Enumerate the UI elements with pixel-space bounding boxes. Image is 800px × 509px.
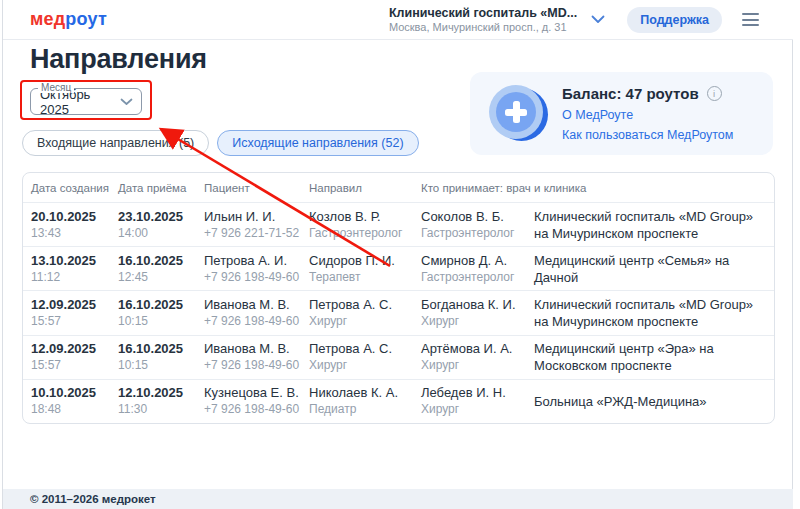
column-header-created: Дата создания xyxy=(31,182,118,194)
created-time: 18:48 xyxy=(31,402,118,417)
appointment-time: 14:00 xyxy=(118,226,204,241)
month-select[interactable]: Месяц Октябрь 2025 xyxy=(30,88,142,115)
receiver-name: Смирнов Д. А. xyxy=(421,253,534,269)
appointment-date: 16.10.2025 xyxy=(118,253,204,269)
window-edge-right xyxy=(792,0,793,509)
patient-phone: +7 926 198-49-60 xyxy=(204,358,309,373)
referrer-name: Петрова А. С. xyxy=(309,297,421,313)
about-medrout-link[interactable]: О МедРоуте xyxy=(562,109,733,122)
receiver-name: Артёмова И. А. xyxy=(421,341,534,357)
referrer-cell: Козлов В. Р. Гастроэнтеролог xyxy=(309,209,421,241)
support-button[interactable]: Поддержка xyxy=(627,7,722,33)
info-icon[interactable]: i xyxy=(707,86,722,101)
appointment-date: 16.10.2025 xyxy=(118,341,204,357)
created-date: 12.09.2025 xyxy=(31,341,118,357)
clinic-address: Москва, Мичуринский просп., д. 31 xyxy=(389,21,577,34)
created-cell: 10.10.2025 18:48 xyxy=(31,385,118,417)
patient-cell: Ильин И. И. +7 926 221-71-52 xyxy=(204,209,309,241)
receiver-specialty: Хирург xyxy=(421,402,534,417)
referrer-name: Николаев К. А. xyxy=(309,385,421,401)
created-date: 20.10.2025 xyxy=(31,209,118,225)
table-row[interactable]: 20.10.2025 13:43 23.10.2025 14:00 Ильин … xyxy=(23,203,774,246)
clinic-name: Клинический госпиталь «MD Group» на Мичу… xyxy=(534,208,774,242)
tab-label: Исходящие направления (52) xyxy=(232,136,403,150)
direction-tabs: Входящие направления (5)Исходящие направ… xyxy=(22,130,419,156)
created-date: 12.09.2025 xyxy=(31,297,118,313)
appointment-cell: 16.10.2025 10:15 xyxy=(118,341,204,373)
patient-cell: Кузнецова Е. В. +7 926 198-49-60 xyxy=(204,385,309,417)
patient-cell: Иванова М. В. +7 926 198-49-60 xyxy=(204,297,309,329)
appointment-time: 12:45 xyxy=(118,270,204,285)
app-page: медроут Клинический госпиталь «MD... Мос… xyxy=(0,0,800,509)
chevron-down-icon xyxy=(120,98,133,106)
referrer-cell: Николаев К. А. Педиатр xyxy=(309,385,421,417)
patient-phone: +7 926 198-49-60 xyxy=(204,402,309,417)
receiver-cell: Смирнов Д. А. Гастроэнтеролог xyxy=(421,253,534,285)
created-cell: 12.09.2025 15:57 xyxy=(31,341,118,373)
receiver-specialty: Хирург xyxy=(421,314,534,329)
logo-part-blue: роут xyxy=(65,9,107,29)
patient-name: Петрова А. И. xyxy=(204,253,309,269)
patient-cell: Петрова А. И. +7 926 198-49-60 xyxy=(204,253,309,285)
receiver-specialty: Хирург xyxy=(421,358,534,373)
referrer-name: Петрова А. С. xyxy=(309,341,421,357)
appointment-date: 23.10.2025 xyxy=(118,209,204,225)
referrer-specialty: Хирург xyxy=(309,358,421,373)
receiver-name: Лебедев И. Н. xyxy=(421,385,534,401)
how-to-use-link[interactable]: Как пользоваться МедРоутом xyxy=(562,129,733,142)
referrer-name: Козлов В. Р. xyxy=(309,209,421,225)
referrer-specialty: Терапевт xyxy=(309,270,421,285)
chevron-down-icon xyxy=(591,15,605,24)
receiver-cell: Соколов В. Б. Гастроэнтеролог xyxy=(421,209,534,241)
balance-title: Баланс: 47 роутов xyxy=(562,85,699,102)
referrer-cell: Петрова А. С. Хирург xyxy=(309,341,421,373)
patient-name: Ильин И. И. xyxy=(204,209,309,225)
created-time: 13:43 xyxy=(31,226,118,241)
table-row[interactable]: 10.10.2025 18:48 12.10.2025 11:30 Кузнец… xyxy=(23,379,774,423)
appointment-cell: 16.10.2025 10:15 xyxy=(118,297,204,329)
created-time: 15:57 xyxy=(31,314,118,329)
receiver-name: Соколов В. Б. xyxy=(421,209,534,225)
medrout-plus-icon xyxy=(489,85,549,142)
tab-outgoing-referrals[interactable]: Исходящие направления (52) xyxy=(217,130,418,156)
clinic-name: Медицинский центр «Семья» на Дачной xyxy=(534,252,774,286)
created-date: 10.10.2025 xyxy=(31,385,118,401)
created-time: 15:57 xyxy=(31,358,118,373)
referrer-specialty: Хирург xyxy=(309,314,421,329)
appointment-cell: 16.10.2025 12:45 xyxy=(118,253,204,285)
created-cell: 12.09.2025 15:57 xyxy=(31,297,118,329)
hamburger-menu-icon[interactable] xyxy=(740,9,761,30)
table-row[interactable]: 12.09.2025 15:57 16.10.2025 10:15 Иванов… xyxy=(23,335,774,379)
tab-label: Входящие направления (5) xyxy=(37,136,194,150)
created-cell: 20.10.2025 13:43 xyxy=(31,209,118,241)
table-row[interactable]: 12.09.2025 15:57 16.10.2025 10:15 Иванов… xyxy=(23,290,774,334)
month-select-label: Месяц xyxy=(38,82,74,93)
created-cell: 13.10.2025 11:12 xyxy=(31,253,118,285)
medrout-logo[interactable]: медроут xyxy=(30,9,107,30)
appointment-cell: 23.10.2025 14:00 xyxy=(118,209,204,241)
referrer-specialty: Педиатр xyxy=(309,402,421,417)
patient-name: Иванова М. В. xyxy=(204,297,309,313)
tab-incoming-referrals[interactable]: Входящие направления (5) xyxy=(22,130,209,156)
appointment-time: 10:15 xyxy=(118,314,204,329)
clinic-name: Больница «РЖД-Медицина» xyxy=(534,393,774,410)
balance-card: Баланс: 47 роутов i О МедРоуте Как польз… xyxy=(470,72,773,155)
footer: © 2011–2026 медрокет xyxy=(3,489,793,509)
receiver-name: Богданова К. И. xyxy=(421,297,534,313)
created-time: 11:12 xyxy=(31,270,118,285)
top-bar: медроут Клинический госпиталь «MD... Мос… xyxy=(3,0,793,40)
referrer-cell: Сидоров П. И. Терапевт xyxy=(309,253,421,285)
receiver-cell: Богданова К. И. Хирург xyxy=(421,297,534,329)
table-header-row: Дата создания Дата приёма Пациент Направ… xyxy=(23,173,774,203)
receiver-specialty: Гастроэнтеролог xyxy=(421,270,534,285)
appointment-time: 11:30 xyxy=(118,402,204,417)
clinic-selector[interactable]: Клинический госпиталь «MD... Москва, Мич… xyxy=(389,6,605,34)
clinic-name: Клинический госпиталь «MD Group» на Мичу… xyxy=(534,296,774,330)
column-header-receiver: Кто принимает: врач и клиника xyxy=(421,182,774,194)
appointment-cell: 12.10.2025 11:30 xyxy=(118,385,204,417)
table-row[interactable]: 13.10.2025 11:12 16.10.2025 12:45 Петров… xyxy=(23,246,774,290)
created-date: 13.10.2025 xyxy=(31,253,118,269)
receiver-cell: Лебедев И. Н. Хирург xyxy=(421,385,534,417)
appointment-date: 12.10.2025 xyxy=(118,385,204,401)
appointment-time: 10:15 xyxy=(118,358,204,373)
